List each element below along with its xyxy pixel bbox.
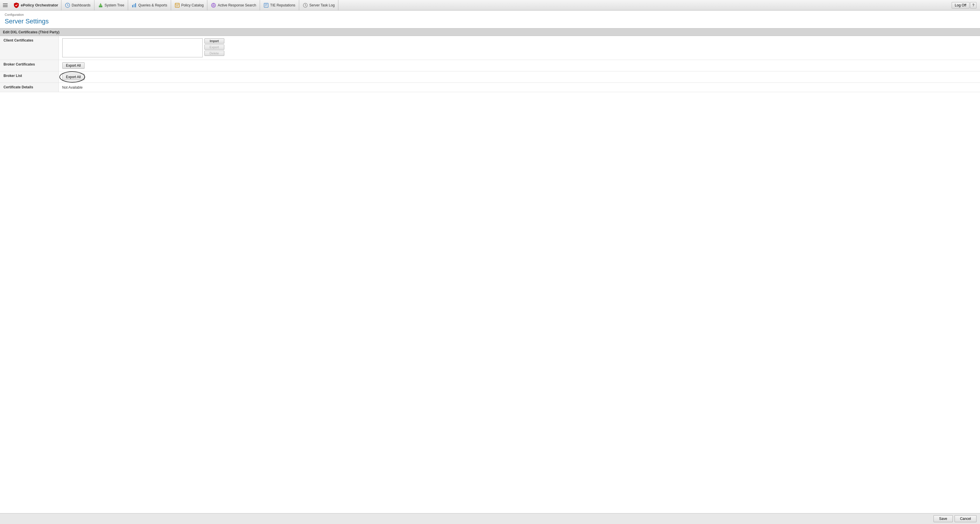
nav-item-system-tree[interactable]: System Tree (94, 0, 128, 10)
nav-label-policy-catalog: Policy Catalog (181, 3, 204, 7)
value-broker-certificates: Export All (59, 60, 980, 72)
nav-label-system-tree: System Tree (105, 3, 124, 7)
page-header: Configuration Server Settings (0, 11, 980, 29)
label-broker-list: Broker List (0, 72, 59, 83)
svg-rect-8 (135, 3, 136, 7)
clock-icon (65, 3, 70, 8)
table-row-broker-list: Broker List Export All (0, 72, 980, 83)
page-title: Server Settings (5, 18, 975, 25)
help-button[interactable]: ? (970, 2, 977, 8)
svg-rect-6 (132, 5, 133, 7)
brand-logo[interactable]: ePolicy Orchestrator (11, 0, 61, 10)
client-cert-textarea[interactable] (62, 38, 203, 57)
value-client-certificates: Import Export Delete (59, 36, 980, 60)
svg-rect-17 (264, 3, 268, 7)
nav-item-server-task-log[interactable]: Server Task Log (299, 0, 339, 10)
delete-cert-button[interactable]: Delete (204, 51, 224, 56)
navbar-right: Log Off ? (949, 0, 979, 10)
brand-label: ePolicy Orchestrator (21, 3, 58, 7)
top-navbar: ePolicy Orchestrator Dashboards System T… (0, 0, 980, 11)
radar-icon (211, 3, 216, 8)
shield-icon (13, 2, 19, 8)
nav-item-tie-reputations[interactable]: TIE Reputations (260, 0, 299, 10)
label-certificate-details: Certificate Details (0, 83, 59, 92)
certificate-details-value: Not Available (62, 86, 83, 89)
bottom-bar: Save Cancel (0, 513, 980, 524)
hamburger-icon (3, 3, 8, 7)
cert-area-wrapper: Import Export Delete (62, 38, 977, 57)
nav-item-active-response-search[interactable]: Active Response Search (207, 0, 260, 10)
table-row-broker-certificates: Broker Certificates Export All (0, 60, 980, 72)
menu-button[interactable] (1, 1, 10, 10)
logoff-button[interactable]: Log Off (951, 2, 969, 8)
broker-certs-export-all-button[interactable]: Export All (62, 62, 85, 69)
svg-line-23 (305, 5, 306, 6)
nav-items: Dashboards System Tree Queries & Reports (61, 0, 949, 10)
value-broker-list: Export All (59, 72, 980, 83)
catalog-icon (175, 3, 180, 8)
label-broker-certificates: Broker Certificates (0, 60, 59, 72)
broker-list-export-all-button[interactable]: Export All (62, 74, 85, 80)
nav-label-dashboards: Dashboards (72, 3, 91, 7)
save-button[interactable]: Save (934, 515, 953, 522)
broker-list-btn-wrapper: Export All (62, 74, 85, 80)
value-certificate-details: Not Available (59, 83, 980, 92)
main-content: Edit DXL Certificates (Third Party) Clie… (0, 29, 980, 513)
chart-icon (132, 3, 137, 8)
svg-line-2 (68, 5, 68, 6)
nav-label-server-task-log: Server Task Log (309, 3, 335, 7)
tie-icon (264, 3, 269, 8)
nav-label-active-response-search: Active Response Search (218, 3, 256, 7)
svg-rect-7 (134, 4, 135, 7)
breadcrumb: Configuration (5, 13, 975, 16)
label-client-certificates: Client Certificates (0, 36, 59, 60)
log-icon (303, 3, 308, 8)
nav-label-queries-reports: Queries & Reports (138, 3, 167, 7)
cancel-button[interactable]: Cancel (955, 515, 977, 522)
nav-item-queries-reports[interactable]: Queries & Reports (128, 0, 171, 10)
section-header: Edit DXL Certificates (Third Party) (0, 29, 980, 36)
cert-buttons: Import Export Delete (204, 38, 224, 56)
nav-item-dashboards[interactable]: Dashboards (61, 0, 94, 10)
form-table: Client Certificates Import Export Delete… (0, 36, 980, 92)
export-cert-button[interactable]: Export (204, 45, 224, 50)
svg-rect-5 (100, 3, 101, 5)
nav-label-tie-reputations: TIE Reputations (270, 3, 295, 7)
table-row-client-certificates: Client Certificates Import Export Delete (0, 36, 980, 60)
import-button[interactable]: Import (204, 38, 224, 44)
tree-icon (98, 3, 103, 8)
nav-item-policy-catalog[interactable]: Policy Catalog (171, 0, 208, 10)
table-row-certificate-details: Certificate Details Not Available (0, 83, 980, 92)
svg-point-15 (213, 5, 214, 6)
